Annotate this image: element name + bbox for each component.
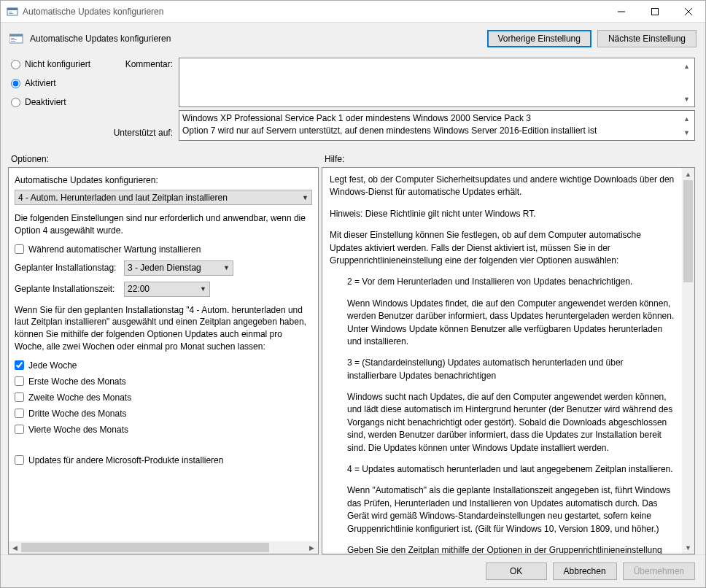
chevron-down-icon: ▼	[220, 264, 230, 271]
scroll-left-icon[interactable]: ◀	[9, 541, 21, 554]
scroll-down-icon[interactable]: ▼	[680, 93, 693, 105]
help-content: Legt fest, ob der Computer Sicherheitsup…	[322, 168, 682, 554]
install-time-value: 22:00	[128, 284, 197, 294]
install-day-value: 3 - Jeden Dienstag	[128, 263, 220, 273]
svg-rect-3	[9, 13, 13, 14]
chevron-down-icon: ▼	[299, 194, 309, 201]
third-week-checkbox[interactable]	[15, 409, 24, 418]
third-week-check[interactable]: Dritte Woche des Monats	[15, 409, 312, 419]
scroll-down-icon[interactable]: ▼	[680, 126, 693, 139]
fourth-week-label: Vierte Woche des Monats	[28, 425, 128, 435]
svg-rect-1	[7, 8, 18, 10]
header-row: Automatische Updates konfigurieren Vorhe…	[1, 23, 705, 58]
svg-rect-10	[11, 38, 15, 39]
fourth-week-check[interactable]: Vierte Woche des Monats	[15, 425, 312, 435]
app-icon	[7, 6, 18, 18]
bottom-area: Automatische Updates konfigurieren: 4 - …	[1, 167, 705, 554]
help-text: Wenn "Automatisch" als die geplante Inst…	[330, 484, 675, 535]
scrollbar-thumb[interactable]	[21, 543, 269, 552]
help-text: 3 = (Standardeinstellung) Updates automa…	[330, 357, 675, 382]
radio-disabled-label: Deaktiviert	[25, 97, 66, 107]
svg-rect-5	[652, 8, 659, 15]
help-panel: Legt fest, ob der Computer Sicherheitsup…	[322, 167, 695, 554]
install-day-dropdown[interactable]: 3 - Jeden Dienstag ▼	[124, 260, 233, 276]
scroll-right-icon[interactable]: ▶	[306, 541, 318, 554]
ok-button[interactable]: OK	[486, 562, 547, 580]
fourth-week-checkbox[interactable]	[15, 425, 24, 434]
previous-setting-button[interactable]: Vorherige Einstellung	[487, 30, 591, 47]
svg-rect-12	[11, 41, 15, 42]
every-week-checkbox[interactable]	[15, 360, 24, 370]
cancel-button[interactable]: Abbrechen	[553, 562, 617, 580]
install-time-dropdown[interactable]: 22:00 ▼	[124, 282, 210, 297]
options-horizontal-scrollbar[interactable]: ◀ ▶	[9, 541, 318, 554]
second-week-label: Zweite Woche des Monats	[28, 392, 131, 403]
next-setting-button[interactable]: Nächste Einstellung	[597, 30, 697, 47]
radio-enabled-input[interactable]	[11, 79, 20, 88]
options-description-2: Wenn Sie für den geplanten Installations…	[15, 304, 312, 353]
close-button[interactable]	[672, 1, 705, 23]
apply-button[interactable]: Übernehmen	[623, 562, 695, 580]
section-labels: Optionen: Hilfe:	[1, 148, 705, 167]
every-week-check[interactable]: Jede Woche	[15, 360, 312, 371]
radio-enabled-label: Aktiviert	[25, 78, 56, 88]
help-text: Mit dieser Einstellung können Sie festle…	[330, 229, 675, 267]
supported-line-1: Windows XP Professional Service Pack 1 o…	[182, 112, 597, 125]
options-section-label: Optionen:	[11, 154, 325, 164]
scroll-up-icon[interactable]: ▲	[682, 168, 694, 180]
comment-label: Kommentar:	[106, 58, 179, 69]
chevron-down-icon: ▼	[197, 285, 206, 293]
radio-disabled-input[interactable]	[11, 98, 20, 107]
help-text: Geben Sie den Zeitplan mithilfe der Opti…	[330, 544, 675, 554]
every-week-label: Jede Woche	[28, 360, 77, 371]
minimize-button[interactable]	[605, 1, 638, 23]
window-title: Automatische Updates konfigurieren	[23, 7, 605, 17]
radio-not-configured-input[interactable]	[11, 60, 20, 69]
install-time-label: Geplante Installationszeit:	[15, 284, 124, 294]
maintenance-install-label: Während automatischer Wartung installier…	[28, 244, 201, 255]
options-description-1: Die folgenden Einstellungen sind nur erf…	[15, 212, 312, 237]
config-updates-value: 4 - Autom. Herunterladen und laut Zeitpl…	[18, 193, 299, 203]
help-section-label: Hilfe:	[325, 154, 344, 164]
maintenance-install-checkbox[interactable]	[15, 244, 24, 254]
svg-rect-11	[11, 39, 17, 40]
scrollbar-thumb[interactable]	[683, 180, 693, 282]
third-week-label: Dritte Woche des Monats	[28, 409, 127, 419]
config-updates-dropdown[interactable]: 4 - Autom. Herunterladen und laut Zeitpl…	[15, 190, 312, 205]
help-text: Hinweis: Diese Richtlinie gilt nicht unt…	[330, 208, 675, 220]
comment-textarea[interactable]: ▲ ▼	[179, 58, 695, 107]
scroll-down-icon[interactable]: ▼	[682, 541, 694, 554]
help-text: Windows sucht nach Updates, die auf den …	[330, 391, 675, 454]
maintenance-install-check[interactable]: Während automatischer Wartung installier…	[15, 244, 312, 255]
svg-rect-9	[9, 34, 23, 36]
radio-not-configured[interactable]: Nicht konfiguriert	[11, 59, 106, 69]
second-week-check[interactable]: Zweite Woche des Monats	[15, 392, 312, 403]
config-area: Nicht konfiguriert Aktiviert Deaktiviert…	[1, 58, 705, 148]
radio-not-configured-label: Nicht konfiguriert	[25, 59, 90, 69]
options-panel: Automatische Updates konfigurieren: 4 - …	[8, 167, 319, 554]
scroll-up-icon[interactable]: ▲	[680, 112, 693, 125]
policy-title: Automatische Updates konfigurieren	[30, 34, 171, 44]
first-week-checkbox[interactable]	[15, 376, 24, 386]
help-text: 4 = Updates automatisch herunterladen un…	[330, 463, 675, 476]
help-text: Legt fest, ob der Computer Sicherheitsup…	[330, 174, 675, 199]
ms-products-checkbox[interactable]	[15, 455, 24, 465]
footer: OK Abbrechen Übernehmen	[1, 554, 705, 587]
maximize-button[interactable]	[638, 1, 672, 23]
ms-products-check[interactable]: Updates für andere Microsoft-Produkte in…	[15, 455, 312, 465]
first-week-label: Erste Woche des Monats	[28, 376, 126, 387]
radio-enabled[interactable]: Aktiviert	[11, 78, 106, 88]
help-text: Wenn Windows Updates findet, die auf den…	[330, 298, 675, 349]
install-day-label: Geplanter Installationstag:	[15, 263, 124, 273]
first-week-check[interactable]: Erste Woche des Monats	[15, 376, 312, 387]
supported-textarea: Windows XP Professional Service Pack 1 o…	[179, 110, 695, 141]
policy-editor-window: Automatische Updates konfigurieren Autom…	[0, 0, 706, 588]
titlebar: Automatische Updates konfigurieren	[1, 1, 705, 23]
scroll-up-icon[interactable]: ▲	[680, 60, 693, 72]
second-week-checkbox[interactable]	[15, 392, 24, 402]
supported-line-2: Option 7 wird nur auf Servern unterstütz…	[182, 125, 597, 137]
radio-disabled[interactable]: Deaktiviert	[11, 97, 106, 107]
supported-label: Unterstützt auf:	[106, 126, 179, 141]
help-vertical-scrollbar[interactable]: ▲ ▼	[682, 168, 694, 554]
ms-products-label: Updates für andere Microsoft-Produkte in…	[28, 455, 223, 465]
